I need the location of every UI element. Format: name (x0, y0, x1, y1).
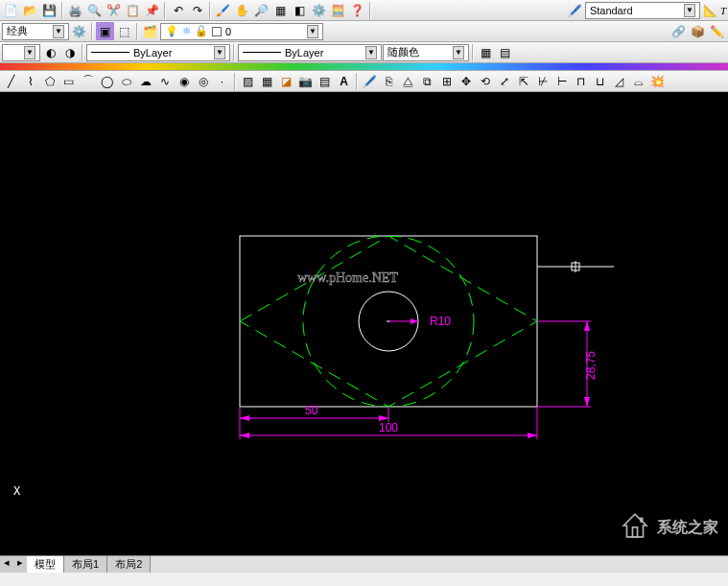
text-icon[interactable]: A (335, 72, 353, 90)
c1-icon[interactable]: ◐ (41, 43, 59, 61)
chamfer-icon[interactable]: ◿ (610, 72, 628, 90)
linetype-dropdown-2[interactable]: ByLayer ▼ (238, 44, 382, 61)
offset-icon[interactable]: ⧉ (418, 72, 436, 90)
ellipse-icon[interactable]: ⬭ (117, 72, 135, 90)
dim28-text: 28,75 (584, 351, 598, 380)
color-accent-bar (0, 63, 728, 71)
separator (61, 2, 63, 19)
pline-icon[interactable]: ⌇ (21, 72, 39, 90)
layer-color-swatch (212, 27, 222, 36)
layout-tabs: ◂ ▸ 模型 布局1 布局2 (0, 555, 728, 573)
style-label: Standard (590, 5, 633, 16)
dim100-arrow-r (528, 433, 537, 438)
explode-icon[interactable]: 💥 (648, 72, 667, 90)
workspace-dropdown[interactable]: 经典 ▼ (2, 23, 69, 40)
block-def-icon[interactable]: 📦 (689, 22, 707, 40)
separator (164, 2, 166, 19)
revcloud-icon[interactable]: ☁ (136, 72, 154, 90)
table-icon[interactable]: ▤ (316, 72, 334, 90)
tool-icon[interactable]: ⚙️ (310, 1, 328, 19)
scale-icon[interactable]: ⤢ (495, 72, 513, 90)
edit-icon[interactable]: 🖊️ (361, 72, 379, 90)
chevron-down-icon: ▼ (365, 46, 377, 59)
dim100-text: 100 (379, 421, 398, 434)
tab-model[interactable]: 模型 (27, 556, 64, 573)
save-icon[interactable]: 💾 (40, 1, 59, 19)
misc1-icon[interactable]: ▦ (477, 43, 495, 61)
tool2-icon[interactable]: 🧮 (329, 1, 347, 19)
linetype-line (91, 52, 129, 53)
layer-dropdown[interactable]: 💡 ❄ 🔓 0 ▼ (160, 23, 323, 40)
array-icon[interactable]: ⊞ (437, 72, 456, 90)
query-icon[interactable]: ❓ (348, 1, 366, 19)
style-tool-icon[interactable]: 📐 (701, 1, 719, 19)
drawing-viewport[interactable]: R10 100 50 28,75 www.pHome.NET X (0, 92, 728, 555)
tab-layout1[interactable]: 布局1 (64, 556, 107, 573)
block-ref-icon[interactable]: 🔗 (669, 22, 688, 40)
stretch-icon[interactable]: ⇱ (514, 72, 532, 90)
spline-icon[interactable]: ∿ (155, 72, 174, 90)
copy-icon[interactable]: 📋 (124, 1, 142, 19)
ws1-icon[interactable]: ▣ (96, 22, 114, 40)
move-icon[interactable]: ✥ (457, 72, 475, 90)
block-icon[interactable]: ▦ (271, 1, 290, 19)
arc-icon[interactable]: ⌒ (79, 72, 97, 90)
block-edit-icon[interactable]: ✏️ (708, 22, 726, 40)
circle-icon[interactable]: ◯ (98, 72, 116, 90)
polygon-icon[interactable]: ⬠ (40, 72, 59, 90)
paste-icon[interactable]: 📌 (143, 1, 161, 19)
rect-icon[interactable]: ▭ (59, 72, 78, 90)
hatch-icon[interactable]: ▨ (239, 72, 257, 90)
ws2-icon[interactable]: ⬚ (115, 22, 133, 40)
point-icon[interactable]: ∙ (213, 72, 231, 90)
misc2-icon[interactable]: ▤ (496, 43, 514, 61)
find-icon[interactable]: 🔍 (85, 1, 104, 19)
gear-icon[interactable]: ⚙️ (70, 22, 88, 40)
c2-icon[interactable]: ◑ (60, 43, 79, 61)
gradient-icon[interactable]: ▦ (258, 72, 276, 90)
region-icon[interactable]: ◪ (277, 72, 295, 90)
style-dropdown[interactable]: Standard ▼ (585, 2, 700, 19)
match-icon[interactable]: 🖌️ (214, 1, 232, 19)
join-icon[interactable]: ⊔ (591, 72, 609, 90)
extend-icon[interactable]: ⊢ (552, 72, 571, 90)
redo-icon[interactable]: ↷ (188, 1, 206, 19)
rotate-icon[interactable]: ⟲ (476, 72, 494, 90)
undo-icon[interactable]: ↶ (169, 1, 187, 19)
mirror-icon[interactable]: ⧋ (399, 72, 417, 90)
print-icon[interactable]: 🖨️ (66, 1, 84, 19)
chevron-down-icon: ▼ (214, 46, 225, 59)
donut-icon[interactable]: ◎ (194, 72, 212, 90)
linetype-dropdown-1[interactable]: ByLayer ▼ (86, 44, 230, 61)
trim-icon[interactable]: ⊬ (533, 72, 552, 90)
toolbar-row-3: ▼ ◐ ◑ ByLayer ▼ ByLayer ▼ 随颜色 ▼ ▦ ▤ (0, 42, 728, 63)
text-T: T (720, 5, 726, 16)
linetype-1-label: ByLayer (133, 47, 172, 59)
fillet-icon[interactable]: ⌓ (629, 72, 647, 90)
layer-mgr-icon[interactable]: 🗂️ (141, 22, 159, 40)
cut-icon[interactable]: ✂️ (105, 1, 123, 19)
brush-icon[interactable]: 🖊️ (566, 1, 584, 19)
camera-icon[interactable]: 📷 (296, 72, 315, 90)
tab-layout2[interactable]: 布局2 (107, 556, 151, 573)
toolbar-row-2: 经典 ▼ ⚙️ ▣ ⬚ 🗂️ 💡 ❄ 🔓 0 ▼ 🔗 📦 ✏️ (0, 21, 728, 42)
lineweight-dropdown[interactable]: ▼ (2, 44, 40, 61)
separator (356, 73, 358, 90)
copy2-icon[interactable]: ⎘ (380, 72, 398, 90)
dim50-arrow-l (240, 415, 249, 421)
open-icon[interactable]: 📂 (21, 1, 39, 19)
new-icon[interactable]: 📄 (2, 1, 20, 19)
separator (369, 2, 371, 19)
line-icon[interactable]: ╱ (2, 72, 20, 90)
separator (234, 73, 236, 90)
pan-icon[interactable]: ✋ (233, 1, 251, 19)
ellipse2-icon[interactable]: ◉ (175, 72, 193, 90)
layer-icon[interactable]: ◧ (291, 1, 309, 19)
tab-scroll-left-icon[interactable]: ◂ (0, 556, 13, 573)
zoom-icon[interactable]: 🔎 (252, 1, 270, 19)
color-dropdown[interactable]: 随颜色 ▼ (383, 44, 469, 61)
dim50-text: 50 (305, 404, 318, 417)
tab-scroll-right-icon[interactable]: ▸ (13, 556, 27, 573)
chevron-down-icon: ▼ (684, 4, 695, 17)
break-icon[interactable]: ⊓ (572, 72, 590, 90)
